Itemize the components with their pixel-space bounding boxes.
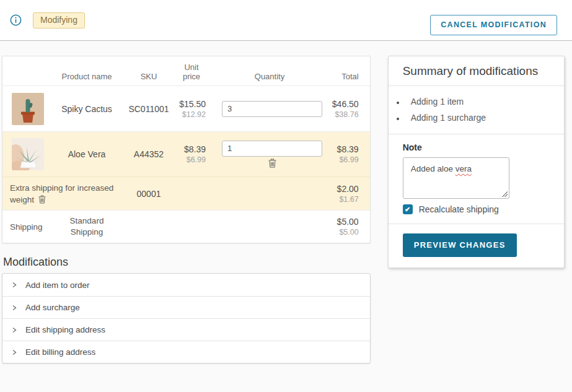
recalculate-shipping-label: Recalculate shipping <box>419 204 499 214</box>
unit-price-net: $12.92 <box>175 110 206 120</box>
accordion-label: Add surcharge <box>25 303 80 312</box>
modifications-title: Modifications <box>3 256 371 269</box>
shipping-method: Standard Shipping <box>51 216 123 238</box>
note-section: Note Added aloe vera ✔ Recalculate shipp… <box>389 134 564 224</box>
product-name: Aloe Vera <box>51 149 123 159</box>
total-net: $38.76 <box>331 110 359 120</box>
summary-item: Adding 1 surcharge <box>405 110 550 126</box>
summary-panel: Summary of modifications Adding 1 item A… <box>388 56 565 268</box>
total-gross: $5.00 <box>331 216 359 227</box>
product-sku: SC011001 <box>123 104 175 114</box>
quantity-input[interactable] <box>222 101 322 117</box>
page-content: Product name SKU Unit price Quantity Tot… <box>0 41 572 364</box>
product-image-aloe <box>12 138 44 170</box>
cancel-modification-button[interactable]: CANCEL MODIFICATION <box>430 15 557 35</box>
header-total: Total <box>331 72 370 81</box>
table-header-row: Product name SKU Unit price Quantity Tot… <box>2 56 370 85</box>
total-net: $6.99 <box>331 155 359 165</box>
total-net: $1.67 <box>331 194 359 204</box>
note-text: Added aloe <box>411 164 455 173</box>
chevron-right-icon <box>11 349 17 355</box>
delete-item-trash-icon[interactable] <box>268 159 276 168</box>
shipping-row: Shipping Standard Shipping $5.00 $5.00 <box>2 210 370 243</box>
total-gross: $8.39 <box>331 144 359 155</box>
header-unit-price: Unit price <box>175 63 208 81</box>
accordion-edit-billing-address[interactable]: Edit billing address <box>2 341 370 363</box>
delete-surcharge-trash-icon[interactable] <box>38 195 46 204</box>
header-quantity: Quantity <box>208 72 331 81</box>
header-sku: SKU <box>123 72 175 81</box>
surcharge-label: Extra shipping for increased weight <box>10 183 113 204</box>
chevron-right-icon <box>11 305 17 311</box>
order-items-table: Product name SKU Unit price Quantity Tot… <box>2 56 371 243</box>
accordion-label: Edit billing address <box>25 347 95 357</box>
order-column: Product name SKU Unit price Quantity Tot… <box>2 56 371 364</box>
accordion-label: Add item to order <box>25 281 90 290</box>
table-row: Spiky Cactus SC011001 $15.50 $12.92 $46.… <box>2 85 370 131</box>
chevron-right-icon <box>11 282 17 288</box>
table-row-highlighted: Aloe Vera A44352 $8.39 $6.99 <box>2 131 370 176</box>
status-badge: Modifying <box>33 12 85 28</box>
surcharge-row: Extra shipping for increased weight <box>2 176 370 210</box>
note-textarea[interactable]: Added aloe vera <box>403 157 509 199</box>
unit-price-gross: $8.39 <box>175 144 206 155</box>
accordion-add-item[interactable]: Add item to order <box>2 274 370 296</box>
modifications-accordion: Add item to order Add surcharge Edit shi… <box>2 273 371 364</box>
accordion-edit-shipping-address[interactable]: Edit shipping address <box>2 318 370 341</box>
total-gross: $2.00 <box>331 183 359 194</box>
product-image-cactus <box>12 93 44 125</box>
recalculate-shipping-row[interactable]: ✔ Recalculate shipping <box>403 204 550 214</box>
product-name: Spiky Cactus <box>51 104 123 114</box>
total-gross: $46.50 <box>331 98 359 110</box>
summary-item: Adding 1 item <box>405 94 550 110</box>
accordion-add-surcharge[interactable]: Add surcharge <box>2 296 370 318</box>
summary-list: Adding 1 item Adding 1 surcharge <box>389 86 564 134</box>
top-bar: Modifying CANCEL MODIFICATION <box>0 0 572 41</box>
unit-price-net: $6.99 <box>175 155 206 165</box>
info-icon[interactable] <box>10 14 22 26</box>
unit-price-gross: $15.50 <box>175 98 206 110</box>
quantity-input[interactable] <box>222 141 322 157</box>
textarea-resize-handle[interactable] <box>501 191 508 197</box>
chevron-right-icon <box>11 327 17 333</box>
product-sku: A44352 <box>123 149 175 159</box>
preview-changes-button[interactable]: PREVIEW CHANGES <box>403 233 517 257</box>
note-label: Note <box>403 142 550 152</box>
summary-title: Summary of modifications <box>403 64 550 78</box>
checkbox-checked-icon[interactable]: ✔ <box>403 204 413 214</box>
accordion-label: Edit shipping address <box>25 325 105 334</box>
shipping-label: Shipping <box>2 222 51 232</box>
total-net: $5.00 <box>331 227 359 237</box>
note-text-misspelled: vera <box>455 164 472 173</box>
surcharge-sku: 00001 <box>123 189 175 199</box>
header-product-name: Product name <box>51 72 123 81</box>
